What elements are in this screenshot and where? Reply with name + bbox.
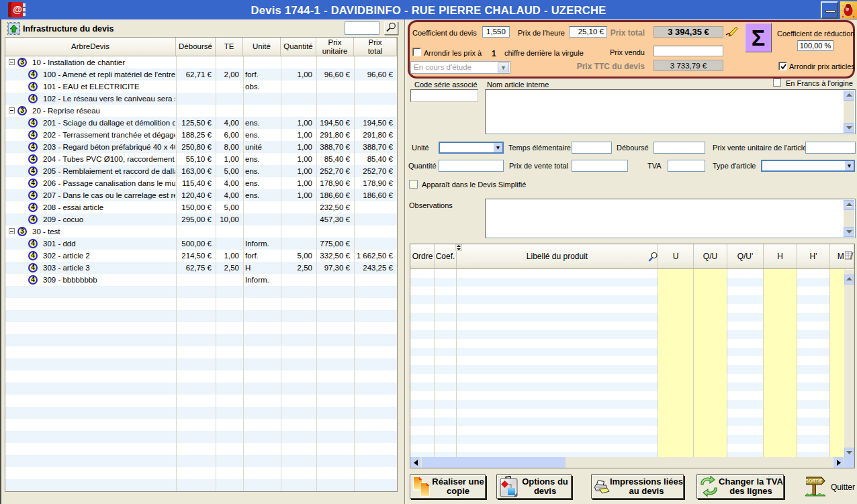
svg-text:SORTIE: SORTIE xyxy=(805,478,823,483)
